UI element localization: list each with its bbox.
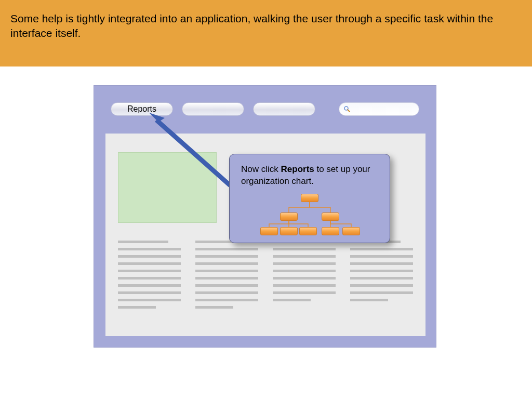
- search-icon: [343, 105, 351, 113]
- text-line: [118, 284, 181, 287]
- text-line: [118, 255, 181, 258]
- text-line: [195, 277, 258, 280]
- text-line: [350, 284, 413, 287]
- text-columns: [118, 241, 413, 309]
- search-input[interactable]: [339, 102, 419, 116]
- text-line: [350, 291, 413, 294]
- text-line: [195, 262, 258, 265]
- svg-line-1: [348, 110, 350, 112]
- text-line: [350, 299, 388, 301]
- text-line: [118, 241, 168, 243]
- text-line: [350, 270, 413, 272]
- callout-bold: Reports: [281, 164, 314, 174]
- text-line: [195, 270, 258, 272]
- text-line: [118, 262, 181, 265]
- text-line: [273, 248, 336, 250]
- text-line: [118, 306, 156, 309]
- callout-text: Now click Reports to set up your organiz…: [241, 164, 378, 188]
- column: [195, 241, 258, 309]
- text-line: [195, 248, 258, 250]
- text-line: [195, 284, 258, 287]
- text-line: [195, 255, 258, 258]
- explanation-text: Some help is tightly integrated into an …: [10, 11, 520, 41]
- text-line: [350, 255, 413, 258]
- tab-label: Reports: [127, 104, 156, 114]
- text-line: [273, 284, 336, 287]
- tab-3[interactable]: [253, 102, 315, 116]
- walkthrough-callout: Now click Reports to set up your organiz…: [229, 154, 390, 243]
- text-line: [273, 277, 336, 280]
- text-line: [118, 299, 181, 301]
- org-chart-icon: [250, 194, 369, 235]
- text-line: [350, 277, 413, 280]
- text-line: [118, 248, 181, 250]
- column: [350, 241, 413, 309]
- text-line: [273, 255, 336, 258]
- tab-2[interactable]: [182, 102, 244, 116]
- text-line: [350, 262, 413, 265]
- text-line: [118, 291, 181, 294]
- text-line: [273, 270, 336, 272]
- text-line: [273, 291, 336, 294]
- text-line: [273, 262, 336, 265]
- text-line: [195, 291, 258, 294]
- toolbar: Reports: [111, 102, 419, 116]
- text-line: [195, 306, 233, 309]
- app-frame: Reports: [94, 85, 436, 348]
- text-line: [350, 248, 413, 250]
- hero-placeholder: [118, 152, 217, 223]
- text-line: [273, 299, 311, 301]
- illustration-canvas: Reports: [94, 85, 436, 348]
- callout-pre: Now click: [241, 164, 281, 174]
- column: [118, 241, 181, 309]
- text-line: [118, 270, 181, 272]
- tab-reports[interactable]: Reports: [111, 102, 173, 116]
- text-line: [195, 299, 258, 301]
- column: [273, 241, 336, 309]
- text-line: [118, 277, 181, 280]
- explanation-banner: Some help is tightly integrated into an …: [0, 0, 532, 66]
